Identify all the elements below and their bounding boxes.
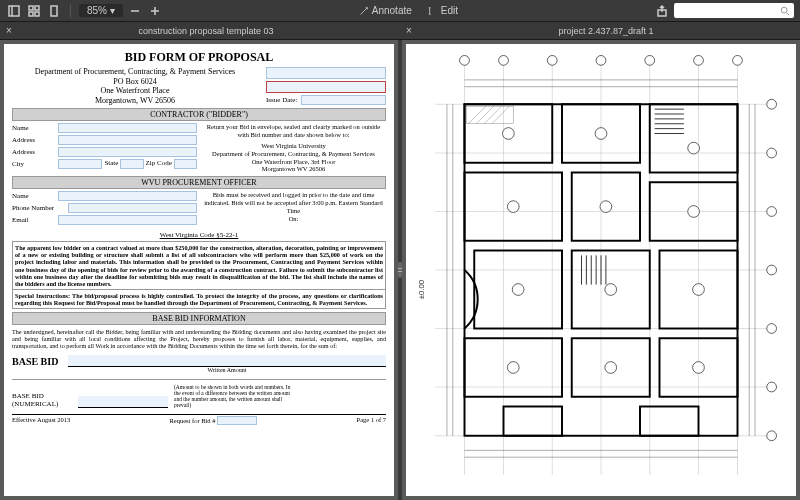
svg-point-33 (596, 56, 606, 66)
legal-text-2: Special Instructions: The bid/proposal p… (15, 292, 383, 306)
svg-rect-58 (640, 407, 699, 436)
svg-line-93 (476, 106, 494, 124)
svg-point-34 (645, 56, 655, 66)
right-pane: ±0.00 (402, 40, 800, 500)
tab-left[interactable]: × construction proposal template 03 (0, 22, 400, 39)
effective-date: Effective August 2013 (12, 416, 70, 425)
svg-rect-91 (466, 106, 513, 124)
name-field[interactable] (58, 123, 197, 133)
svg-point-14 (781, 7, 787, 13)
svg-text:±0.00: ±0.00 (417, 279, 426, 299)
address-field-2[interactable] (58, 147, 197, 157)
label-name-2: Name (12, 192, 54, 200)
svg-point-31 (499, 56, 509, 66)
svg-point-39 (767, 207, 777, 217)
section-officer: WVU PROCUREMENT OFFICER (12, 176, 386, 189)
search-input[interactable] (674, 3, 794, 18)
return-instructions: Return your Bid in envelope, sealed and … (201, 123, 386, 139)
svg-point-40 (767, 265, 777, 275)
officer-phone-field[interactable] (68, 203, 197, 213)
legal-code: West Virginia Code §5-22-1 (12, 231, 386, 239)
svg-point-79 (693, 284, 705, 296)
written-amount-label: Written Amount (68, 367, 386, 373)
base-bid-written-field[interactable] (68, 355, 386, 367)
issue-date-field[interactable] (301, 95, 386, 105)
svg-line-15 (787, 12, 790, 15)
zoom-in-icon[interactable] (147, 3, 163, 19)
svg-point-35 (694, 56, 704, 66)
city-2: Morgantown WV 26506 (201, 165, 386, 173)
floor-line: One Waterfront Place, 3rd Floor (201, 158, 386, 166)
officer-name-field[interactable] (58, 191, 197, 201)
legal-text-1: The apparent low bidder on a contract va… (15, 244, 383, 287)
separator (70, 4, 71, 18)
dept-line: Department of Procurement, Contracting, … (12, 67, 258, 77)
request-bid-field[interactable] (217, 416, 257, 425)
po-line: PO Box 6024 (12, 77, 258, 87)
label-name: Name (12, 124, 54, 132)
top-toolbar: 85% ▾ Annotate Edit (0, 0, 800, 22)
close-icon[interactable]: × (6, 25, 12, 36)
svg-point-82 (693, 362, 705, 374)
zoom-level[interactable]: 85% ▾ (79, 4, 123, 17)
edit-button[interactable]: Edit (422, 3, 464, 18)
document-page: BID FORM OF PROPOSAL Department of Procu… (4, 44, 394, 496)
svg-rect-4 (29, 12, 33, 16)
tab-title-left: construction proposal template 03 (18, 26, 394, 36)
svg-point-43 (767, 431, 777, 441)
section-basebid: BASE BID INFORMATION (12, 312, 386, 325)
label-address: Address (12, 136, 54, 144)
workspace: BID FORM OF PROPOSAL Department of Procu… (0, 40, 800, 500)
svg-point-77 (512, 284, 524, 296)
city-field[interactable] (58, 159, 102, 169)
issue-date-label: Issue Date: (266, 96, 297, 104)
section-contractor: CONTRACTOR ("BIDDER") (12, 108, 386, 121)
svg-point-41 (767, 324, 777, 334)
numeric-note: (Amount to be shown in both words and nu… (174, 384, 294, 408)
svg-point-78 (605, 284, 617, 296)
on-label: On: (201, 215, 386, 223)
svg-rect-0 (9, 6, 19, 16)
svg-line-92 (468, 106, 486, 124)
tab-title-right: project 2.437.87_draft 1 (418, 26, 794, 36)
svg-line-94 (484, 106, 502, 124)
svg-point-80 (507, 362, 519, 374)
header-field-2[interactable] (266, 81, 386, 93)
dept-2: Department of Procurement, Contracting, … (201, 150, 386, 158)
floorplan-page: ±0.00 (406, 44, 796, 496)
tab-bar: × construction proposal template 03 × pr… (0, 22, 800, 40)
header-field-1[interactable] (266, 67, 386, 79)
svg-rect-57 (504, 407, 563, 436)
base-bid-num-label: BASE BID (NUMERICAL) (12, 392, 72, 408)
deadline-text: Bids must be received and logged in prio… (201, 191, 386, 214)
left-pane: BID FORM OF PROPOSAL Department of Procu… (0, 40, 398, 500)
svg-rect-3 (35, 6, 39, 10)
annotate-button[interactable]: Annotate (353, 3, 418, 18)
zip-field[interactable] (174, 159, 197, 169)
close-icon[interactable]: × (406, 25, 412, 36)
label-state: State (104, 159, 118, 169)
base-bid-label: BASE BID (12, 356, 62, 367)
tab-right[interactable]: × project 2.437.87_draft 1 (400, 22, 800, 39)
address-field-1[interactable] (58, 135, 197, 145)
page-title: BID FORM OF PROPOSAL (12, 50, 386, 65)
officer-email-field[interactable] (58, 215, 197, 225)
label-zip: Zip Code (146, 159, 172, 169)
svg-point-36 (733, 56, 743, 66)
svg-point-71 (503, 128, 515, 140)
sidebar-toggle-icon[interactable] (6, 3, 22, 19)
svg-point-76 (688, 206, 700, 218)
base-bid-numeric-field[interactable] (78, 396, 168, 408)
single-page-icon[interactable] (46, 3, 62, 19)
request-bid-label: Request for Bid # (169, 417, 215, 424)
svg-rect-6 (51, 6, 57, 16)
label-city: City (12, 160, 54, 168)
state-field[interactable] (120, 159, 143, 169)
page-number: Page 1 of 7 (357, 416, 386, 425)
zoom-out-icon[interactable] (127, 3, 143, 19)
svg-point-73 (688, 142, 700, 154)
thumbnails-icon[interactable] (26, 3, 42, 19)
share-icon[interactable] (654, 3, 670, 19)
floorplan-drawing: ±0.00 (406, 44, 796, 496)
svg-point-81 (605, 362, 617, 374)
